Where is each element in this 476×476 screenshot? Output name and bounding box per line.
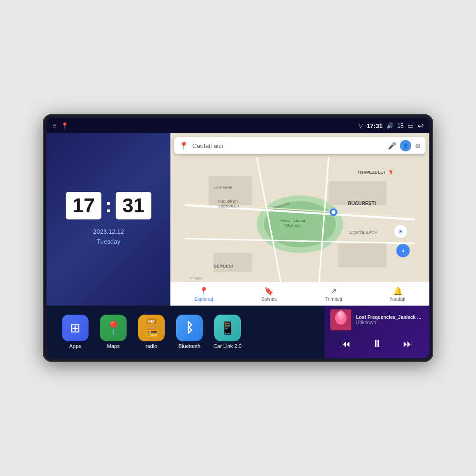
battery-icon: ▭ [407,122,414,129]
top-section: 17 : 31 2023.12.12 Tuesday 📍 Căutați aic… [47,133,429,306]
apps-icon: ⊞ [70,321,80,336]
status-left: ⌂ 📍 [52,122,69,129]
svg-text:BUCUREȘTI: BUCUREȘTI [348,201,376,206]
saved-icon: 🔖 [264,287,274,296]
svg-text:BUCUREȘTI: BUCUREȘTI [218,200,238,204]
carlink-label: Car Link 2.0 [213,343,241,349]
svg-text:✦: ✦ [401,248,405,254]
map-layers-icon[interactable]: ⊕ [415,142,421,149]
svg-text:Parcul Natural: Parcul Natural [280,218,305,223]
back-icon[interactable]: ↩ [417,121,424,130]
music-player: Lost Frequencies_Janieck Devy-... Unknow… [325,306,429,358]
car-headunit-device: ⌂ 📍 ▽ 17:31 🔊 18 ▭ ↩ 17 : [43,114,433,362]
music-details: Lost Frequencies_Janieck Devy-... Unknow… [356,315,424,325]
app-bluetooth[interactable]: ᛒ Bluetooth [170,315,208,349]
bluetooth-icon-bg: ᛒ [176,315,203,341]
bluetooth-icon: ᛒ [186,320,194,336]
explore-label: Explorați [195,297,213,302]
radio-fm-label: FM [147,318,157,324]
day-text: Tuesday [93,237,124,247]
app-maps[interactable]: 📍 Maps [94,315,132,349]
svg-rect-13 [338,243,387,267]
play-pause-button[interactable]: ⏸ [368,335,386,352]
volume-level: 18 [397,122,404,129]
clock-colon: : [105,194,112,217]
clock-minute: 31 [116,192,151,219]
status-right: ▽ 17:31 🔊 18 ▭ ↩ [358,121,424,130]
date-display: 2023.12.12 Tuesday [93,227,124,247]
maps-shortcut-icon[interactable]: 📍 [61,122,69,129]
apps-label: Apps [69,343,81,349]
news-icon: 🔔 [393,287,403,296]
map-background: Parcul Natural Văcărești [170,157,429,282]
saved-label: Salvate [261,297,277,302]
svg-text:Google: Google [189,276,202,280]
time-display: 17:31 [367,122,382,129]
svg-text:Leroy Merlin: Leroy Merlin [214,186,232,189]
map-search-text[interactable]: Căutați aici [192,142,384,149]
maps-label: Maps [107,343,120,349]
next-button[interactable]: ⏭ [399,335,416,352]
music-controls: ⏮ ⏸ ⏭ [330,335,424,352]
radio-icon-bg: FM 📻 [138,315,165,341]
device-screen: ⌂ 📍 ▽ 17:31 🔊 18 ▭ ↩ 17 : [47,118,429,358]
main-content: 17 : 31 2023.12.12 Tuesday 📍 Căutați aic… [47,133,429,358]
svg-rect-26 [390,170,391,174]
radio-icon: 📻 [145,325,158,337]
music-artist: Unknown [356,320,424,325]
clock-hour: 17 [66,192,101,219]
svg-point-24 [332,210,336,214]
map-tab-share[interactable]: ↗ Trimiteți [325,287,342,302]
map-widget[interactable]: 📍 Căutați aici 🎤 👤 ⊕ [170,133,429,306]
map-search-bar[interactable]: 📍 Căutați aici 🎤 👤 ⊕ [174,137,426,154]
clock-widget: 17 : 31 2023.12.12 Tuesday [47,133,170,306]
carlink-icon-bg: 📱 [214,315,241,341]
prev-icon: ⏮ [341,338,351,349]
map-mic-icon[interactable]: 🎤 [388,142,396,149]
map-tab-explore[interactable]: 📍 Explorați [195,287,213,302]
apps-section: ⊞ Apps 📍 Maps FM 📻 [47,306,325,358]
map-pin-icon: 📍 [179,141,188,150]
map-bottom-tabs: 📍 Explorați 🔖 Salvate ↗ Trimiteți 🔔 [170,282,429,306]
svg-text:TRAPEZULUI: TRAPEZULUI [357,170,385,175]
music-info: Lost Frequencies_Janieck Devy-... Unknow… [330,309,424,330]
date-text: 2023.12.12 [93,227,124,237]
maps-icon: 📍 [105,320,122,336]
app-radio[interactable]: FM 📻 radio [132,315,170,349]
volume-icon: 🔊 [387,122,394,129]
svg-text:⊕: ⊕ [398,228,403,234]
clock-display: 17 : 31 [66,192,151,219]
signal-icon: ▽ [358,122,363,129]
svg-text:Văcărești: Văcărești [285,223,301,228]
svg-text:JUDEȚUL ILFOV: JUDEȚUL ILFOV [348,230,377,235]
app-carlink[interactable]: 📱 Car Link 2.0 [208,315,247,349]
news-label: Noutăți [390,297,406,302]
app-apps[interactable]: ⊞ Apps [56,315,94,349]
home-icon[interactable]: ⌂ [52,122,56,129]
svg-point-34 [338,312,342,317]
apps-icon-bg: ⊞ [62,315,89,341]
share-label: Trimiteți [325,297,342,302]
svg-text:BERCENI: BERCENI [214,264,233,268]
next-icon: ⏭ [403,338,413,349]
music-title: Lost Frequencies_Janieck Devy-... [356,315,424,320]
bluetooth-label: Bluetooth [178,343,200,349]
share-icon: ↗ [330,287,337,296]
svg-text:SECTORUL 4: SECTORUL 4 [218,205,239,208]
explore-icon: 📍 [199,287,208,296]
bottom-section: ⊞ Apps 📍 Maps FM 📻 [47,306,429,358]
maps-icon-bg: 📍 [100,315,127,341]
status-bar: ⌂ 📍 ▽ 17:31 🔊 18 ▭ ↩ [47,118,429,133]
map-tab-news[interactable]: 🔔 Noutăți [390,287,406,302]
map-avatar[interactable]: 👤 [400,140,411,151]
carlink-icon: 📱 [220,321,235,336]
prev-button[interactable]: ⏮ [337,335,355,352]
map-tab-saved[interactable]: 🔖 Salvate [261,287,277,302]
radio-label: radio [146,343,157,349]
play-icon: ⏸ [372,337,382,350]
svg-rect-11 [214,253,252,272]
music-art [330,309,351,330]
